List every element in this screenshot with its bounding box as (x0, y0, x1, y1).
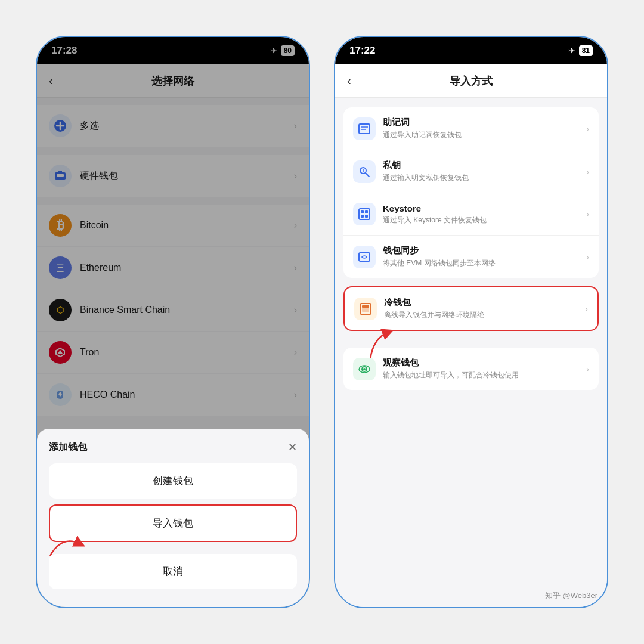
mnemonic-text: 助记词 通过导入助记词恢复钱包 (383, 117, 586, 140)
walletsync-icon (353, 246, 376, 268)
create-wallet-button[interactable]: 创建钱包 (49, 463, 297, 499)
status-icons-right: ✈ 81 (568, 45, 593, 56)
back-button-right[interactable]: ‹ (347, 74, 351, 88)
import-wallet-label: 导入钱包 (153, 518, 193, 529)
chevron-keystore: › (586, 209, 589, 219)
modal-sheet: 添加钱包 ✕ 创建钱包 导入钱包 (37, 429, 309, 607)
import-item-privatekey[interactable]: 私钥 通过输入明文私钥恢复钱包 › (343, 150, 599, 193)
walletsync-desc: 将其他 EVM 网络钱包同步至本网络 (383, 258, 586, 268)
cold-wallet-card-wrapper: 冷钱包 离线导入钱包并与网络环境隔绝 › (343, 286, 599, 331)
privatekey-desc: 通过输入明文私钥恢复钱包 (383, 173, 586, 183)
import-card-watch: 观察钱包 输入钱包地址即可导入，可配合冷钱包使用 › (343, 348, 599, 390)
keystore-icon (353, 203, 376, 225)
page-title-right: 导入方式 (450, 74, 493, 88)
privatekey-text: 私钥 通过输入明文私钥恢复钱包 (383, 160, 586, 183)
modal-title: 添加钱包 (49, 441, 87, 454)
modal-overlay: 添加钱包 ✕ 创建钱包 导入钱包 (37, 64, 309, 607)
modal-close-button[interactable]: ✕ (288, 441, 297, 454)
coldwallet-title: 冷钱包 (384, 297, 585, 308)
import-item-keystore[interactable]: Keystore 通过导入 Keystore 文件恢复钱包 › (343, 193, 599, 236)
walletsync-title: 钱包同步 (383, 245, 586, 256)
import-methods-list: 助记词 通过导入助记词恢复钱包 › 私钥 通过输入明文私钥恢复钱包 › (335, 98, 607, 607)
keystore-text: Keystore 通过导入 Keystore 文件恢复钱包 (383, 203, 586, 225)
chevron-coldwallet: › (585, 304, 588, 314)
header-right: ‹ 导入方式 (335, 64, 607, 98)
chevron-watchwallet: › (586, 364, 589, 374)
walletsync-text: 钱包同步 将其他 EVM 网络钱包同步至本网络 (383, 245, 586, 268)
svg-rect-19 (361, 210, 364, 213)
svg-rect-18 (359, 209, 370, 219)
mnemonic-desc: 通过导入助记词恢复钱包 (383, 130, 586, 140)
cancel-button[interactable]: 取消 (49, 554, 297, 589)
chevron-mnemonic: › (586, 124, 589, 134)
watchwallet-desc: 输入钱包地址即可导入，可配合冷钱包使用 (383, 370, 586, 380)
svg-rect-22 (365, 215, 368, 218)
watermark: 知乎 @Web3er (545, 590, 597, 601)
modal-header: 添加钱包 ✕ (49, 441, 297, 454)
watchwallet-icon (353, 358, 376, 380)
import-card-main: 助记词 通过导入助记词恢复钱包 › 私钥 通过输入明文私钥恢复钱包 › (343, 107, 599, 278)
watchwallet-title: 观察钱包 (383, 357, 586, 369)
import-item-watchwallet[interactable]: 观察钱包 输入钱包地址即可导入，可配合冷钱包使用 › (343, 348, 599, 390)
import-card-cold: 冷钱包 离线导入钱包并与网络环境隔绝 › (343, 286, 599, 331)
coldwallet-icon (354, 298, 377, 320)
mnemonic-title: 助记词 (383, 117, 586, 128)
coldwallet-text: 冷钱包 离线导入钱包并与网络环境隔绝 (384, 297, 585, 320)
svg-rect-25 (362, 307, 369, 312)
chevron-walletsync: › (586, 252, 589, 262)
privatekey-icon (353, 160, 376, 183)
svg-rect-12 (359, 124, 370, 134)
svg-rect-20 (365, 210, 368, 213)
screen-right: ‹ 导入方式 助记词 通过导入助记词恢复钱包 › (335, 64, 607, 607)
mnemonic-icon (353, 117, 376, 140)
airplane-icon-right: ✈ (568, 46, 575, 55)
import-item-walletsync[interactable]: 钱包同步 将其他 EVM 网络钱包同步至本网络 › (343, 236, 599, 278)
left-phone: 17:28 ✈ 80 ‹ 选择网络 多选 (36, 36, 310, 608)
coldwallet-desc: 离线导入钱包并与网络环境隔绝 (384, 310, 585, 320)
right-phone: 17:22 ✈ 81 ‹ 导入方式 助记词 通过导入助 (334, 36, 608, 608)
screen-left: ‹ 选择网络 多选 › (37, 64, 309, 607)
svg-rect-21 (361, 215, 364, 218)
import-item-coldwallet[interactable]: 冷钱包 离线导入钱包并与网络环境隔绝 › (345, 287, 597, 330)
watchwallet-text: 观察钱包 输入钱包地址即可导入，可配合冷钱包使用 (383, 357, 586, 380)
privatekey-title: 私钥 (383, 160, 586, 171)
chevron-privatekey: › (586, 167, 589, 177)
status-bar-right: 17:22 ✈ 81 (335, 37, 607, 64)
svg-line-16 (366, 173, 369, 177)
keystore-desc: 通过导入 Keystore 文件恢复钱包 (383, 215, 586, 225)
status-time-right: 17:22 (349, 45, 375, 57)
red-arrow-left (44, 529, 92, 559)
keystore-title: Keystore (383, 203, 586, 213)
svg-rect-23 (359, 253, 370, 261)
import-wallet-button[interactable]: 导入钱包 (49, 504, 297, 542)
svg-point-29 (363, 368, 366, 370)
import-item-mnemonic[interactable]: 助记词 通过导入助记词恢复钱包 › (343, 107, 599, 150)
svg-rect-26 (362, 305, 369, 308)
battery-right: 81 (579, 45, 593, 56)
